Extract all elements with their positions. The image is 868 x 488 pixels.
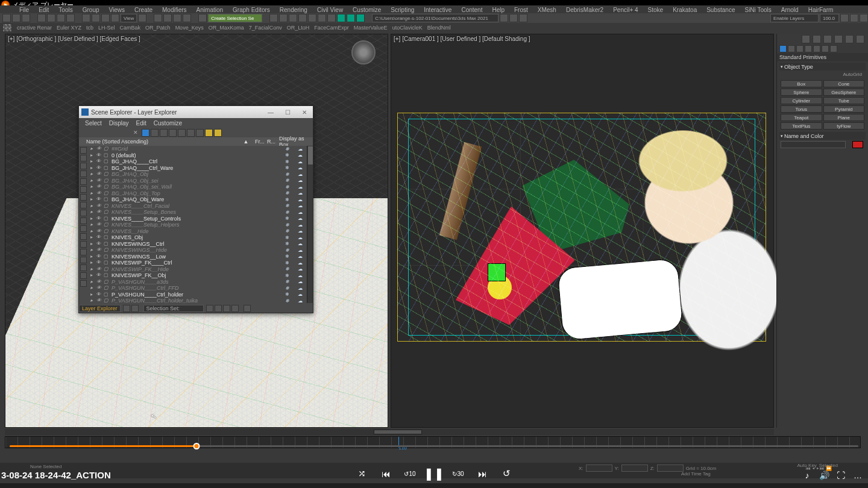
visibility-eye-icon[interactable]: 👁 — [96, 178, 102, 184]
scene-explorer-toolbar[interactable]: ✕ — [79, 128, 313, 137]
scene-explorer-footer[interactable]: Layer Explorer Selection Set: — [79, 304, 313, 313]
se-foot-btn6[interactable] — [231, 305, 239, 312]
se-display-icon[interactable] — [160, 129, 168, 137]
explorer-mode-dropdown[interactable]: Layer Explorer — [79, 305, 121, 312]
autogrid-checkbox[interactable]: AutoGrid — [779, 70, 866, 78]
misc-button[interactable] — [860, 14, 868, 22]
expand-arrow-icon[interactable]: ▸ — [89, 285, 95, 291]
create-geosphere-button[interactable]: GeoSphere — [823, 89, 865, 96]
menu-civil-view[interactable]: Civil View — [317, 7, 343, 13]
viewcube-icon[interactable] — [351, 40, 376, 64]
freeze-icon[interactable]: ❄ — [280, 254, 294, 259]
expand-arrow-icon[interactable]: ▸ — [89, 184, 95, 190]
layer-row[interactable]: ▸👁▢BG_JHAQ____Ctrl_Ware❄☁ — [87, 165, 307, 172]
freeze-icon[interactable]: ❄ — [280, 178, 294, 183]
tb2-move-keys[interactable]: Move_Keys — [175, 25, 204, 31]
menu-customize[interactable]: Customize — [353, 7, 381, 13]
se-filter-icon-13[interactable] — [80, 249, 87, 255]
se-sync-icon[interactable] — [196, 129, 204, 137]
more-icon[interactable]: … — [852, 470, 863, 481]
panel-close-icon[interactable]: ✕ — [296, 107, 313, 117]
se-menu-customize[interactable]: Customize — [154, 120, 182, 127]
select-rect-button[interactable] — [57, 14, 65, 22]
main-menubar[interactable]: FileEditToolsGroupViewsCreateModifiersAn… — [0, 5, 868, 14]
freeze-icon[interactable]: ❄ — [280, 197, 294, 202]
layer-row[interactable]: ▸👁▢BG_JHAQ____Ctrl❄☁ — [87, 158, 307, 165]
expand-arrow-icon[interactable]: ▸ — [89, 228, 95, 234]
freeze-icon[interactable]: ❄ — [280, 172, 294, 177]
menu-modifiers[interactable]: Modifiers — [162, 7, 187, 13]
forward-30-button[interactable]: ↻30 — [452, 468, 464, 480]
expand-arrow-icon[interactable]: ▸ — [89, 292, 95, 298]
render-icon[interactable]: ☁ — [294, 298, 307, 303]
create-category-dropdown[interactable]: Standard Primitives — [777, 53, 868, 61]
render-icon[interactable]: ☁ — [294, 260, 307, 266]
layer-name[interactable]: KNIVESWIP_FK____Ctrl — [110, 260, 280, 266]
prev-track-button[interactable]: ⏮ — [380, 468, 392, 480]
menu-substance[interactable]: Substance — [706, 7, 735, 13]
next-track-button[interactable]: ⏭ — [476, 468, 488, 480]
media-player-seekbar[interactable] — [10, 442, 858, 449]
layer-name[interactable]: 0 (default) — [110, 152, 280, 158]
queue-icon[interactable]: ♪ — [802, 470, 813, 481]
media-player-controls[interactable]: ⤮ ⏮ ↺10 ❚❚ ↻30 ⏭ ↺ — [356, 468, 512, 480]
menu-debrismaker2[interactable]: DebrisMaker2 — [566, 7, 603, 13]
expand-arrow-icon[interactable]: ▸ — [89, 298, 95, 303]
systems-icon[interactable] — [830, 45, 837, 52]
geometry-icon[interactable] — [779, 45, 787, 52]
tab-create-icon[interactable] — [802, 35, 810, 43]
render-icon[interactable]: ☁ — [294, 146, 307, 152]
lights-icon[interactable] — [796, 45, 804, 52]
freeze-icon[interactable]: ❄ — [280, 228, 294, 234]
menu-hairfarm[interactable]: HairFarm — [808, 7, 834, 13]
expand-arrow-icon[interactable]: ▸ — [89, 152, 95, 158]
freeze-icon[interactable]: ❄ — [280, 159, 294, 164]
se-filter-icon-6[interactable] — [80, 194, 87, 201]
freeze-icon[interactable]: ❄ — [280, 260, 294, 266]
header-freeze[interactable]: Fr... — [255, 139, 267, 145]
scene-explorer-menu[interactable]: SelectDisplayEditCustomize — [79, 118, 313, 128]
redo-button[interactable] — [12, 14, 20, 22]
layer-row[interactable]: ▸👁▢KNIVESWIP_FK__Obj❄☁ — [87, 272, 307, 279]
layer-name[interactable]: KNIVESWINGS__Ctrl — [110, 241, 280, 247]
visibility-eye-icon[interactable]: 👁 — [96, 209, 102, 215]
move-button[interactable] — [82, 14, 90, 22]
create-tube-button[interactable]: Tube — [823, 97, 865, 104]
layer-row[interactable]: ▸👁▢KNIVES____Setup_Helpers❄☁ — [87, 222, 307, 228]
isolate-button[interactable] — [840, 14, 849, 22]
menu-edit[interactable]: Edit — [39, 7, 49, 13]
visibility-eye-icon[interactable]: 👁 — [96, 228, 102, 234]
visibility-eye-icon[interactable]: 👁 — [96, 196, 102, 202]
se-filter-icon-1[interactable] — [80, 155, 87, 161]
create-cone-button[interactable]: Cone — [823, 80, 865, 87]
tab-motion-icon[interactable] — [834, 35, 843, 43]
tb2-cambak[interactable]: CamBak — [120, 25, 141, 31]
layer-row[interactable]: ▸👁▢KNIVES____Setup_Bones❄☁ — [87, 209, 307, 216]
viewport-right-label[interactable]: [+] [Camera001 ] [User Defined ] [Defaul… — [394, 36, 530, 42]
visibility-eye-icon[interactable]: 👁 — [96, 184, 102, 190]
render-icon[interactable]: ☁ — [294, 254, 307, 259]
render-icon[interactable]: ☁ — [294, 228, 307, 234]
create-tyflow-button[interactable]: tyFlow — [823, 122, 865, 130]
layer-name[interactable]: KNIVES____Setup_Controls — [110, 216, 280, 222]
se-filter-icon-9[interactable] — [80, 217, 87, 224]
visibility-eye-icon[interactable]: 👁 — [96, 266, 102, 272]
layer-row[interactable]: ▸👁▢BG_JHAQ_Obj_sei❄☁ — [87, 178, 307, 184]
se-lock-icon[interactable] — [151, 129, 159, 137]
object-type-buttons[interactable]: BoxConeSphereGeoSphereCylinderTubeTorusP… — [779, 78, 866, 132]
se-filter-icon-16[interactable] — [80, 272, 87, 279]
se-filter-icon-8[interactable] — [80, 210, 87, 216]
visibility-eye-icon[interactable]: 👁 — [96, 158, 102, 164]
expand-arrow-icon[interactable]: ▸ — [89, 260, 95, 266]
layer-name[interactable]: P_VASHGUN____a3ds — [110, 279, 280, 285]
layer-name[interactable]: KNIVES_Obj — [110, 234, 280, 240]
se-filter-icon-7[interactable] — [80, 202, 87, 208]
open-folder-button[interactable] — [500, 14, 508, 22]
layer-name[interactable]: KNIVES____Setup_Helpers — [110, 222, 280, 228]
expand-arrow-icon[interactable]: ▸ — [89, 171, 95, 177]
scale-button[interactable] — [101, 14, 110, 22]
se-filter-icon-0[interactable] — [80, 147, 87, 154]
snap-toggle[interactable] — [154, 14, 162, 22]
menu-xmesh[interactable]: XMesh — [538, 7, 556, 13]
panel-maximize-icon[interactable]: ☐ — [279, 107, 296, 117]
